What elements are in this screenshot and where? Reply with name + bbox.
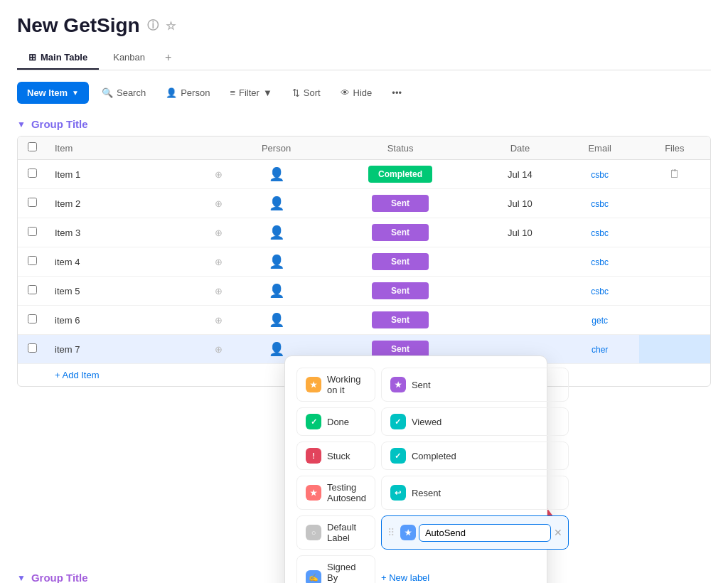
email-cell[interactable]: csbc xyxy=(591,199,609,209)
status-dot-signed: ✍ xyxy=(306,570,321,584)
select-all-checkbox-1[interactable] xyxy=(28,142,37,151)
person-avatar[interactable]: 👤 xyxy=(269,313,284,327)
group-header-1[interactable]: ▼ Group Title xyxy=(17,118,711,130)
row-checkbox[interactable] xyxy=(28,169,37,178)
status-badge[interactable]: Sent xyxy=(372,282,429,299)
status-badge[interactable]: Sent xyxy=(372,195,429,212)
status-dot-completed: ✓ xyxy=(390,448,406,464)
search-button[interactable]: 🔍 Search xyxy=(95,83,153,102)
row-item-name: item 7 ⊕ xyxy=(46,335,231,364)
email-cell[interactable]: getc xyxy=(592,316,608,326)
add-subitem-icon[interactable]: ⊕ xyxy=(215,315,223,326)
person-avatar[interactable]: 👤 xyxy=(269,196,284,210)
table-row: Item 1 ⊕ 👤 Completed Jul 14 csbc 🗒 xyxy=(18,160,710,189)
status-option-completed[interactable]: ✓ Completed xyxy=(381,442,569,470)
row-checkbox[interactable] xyxy=(28,285,37,294)
email-cell[interactable]: csbc xyxy=(591,287,609,296)
status-option-sent[interactable]: ★ Sent xyxy=(381,368,569,402)
row-item-name: Item 1 ⊕ xyxy=(46,160,231,189)
status-option-autosend[interactable]: ⠿ ★ ✕ xyxy=(381,515,569,550)
date-cell: Jul 10 xyxy=(479,189,560,218)
status-badge[interactable]: Sent xyxy=(372,253,429,270)
add-subitem-icon[interactable]: ⊕ xyxy=(215,257,223,267)
col-header-email-1: Email xyxy=(561,137,639,160)
person-filter-button[interactable]: 👤 Person xyxy=(159,83,217,102)
status-popup: ★ Working on it ★ Sent ✓ Done ✓ Viewed !… xyxy=(284,355,547,583)
more-dots-icon: ••• xyxy=(392,87,402,98)
status-dot-stuck: ! xyxy=(306,448,321,464)
status-option-done[interactable]: ✓ Done xyxy=(296,407,375,436)
status-dot-working: ★ xyxy=(306,377,321,392)
person-avatar[interactable]: 👤 xyxy=(269,284,284,298)
row-checkbox[interactable] xyxy=(28,256,37,265)
status-dot-resent: ↩ xyxy=(390,485,406,501)
page-title-area: New GetSign ⓘ ☆ xyxy=(17,14,711,37)
status-badge[interactable]: Sent xyxy=(372,224,429,241)
status-option-signed[interactable]: ✍ Signed By Sender xyxy=(296,555,375,583)
row-checkbox[interactable] xyxy=(28,343,37,353)
more-options-button[interactable]: ••• xyxy=(385,83,409,102)
status-dot-done: ✓ xyxy=(306,414,321,429)
date-cell xyxy=(479,277,560,306)
add-subitem-icon[interactable]: ⊕ xyxy=(215,228,223,238)
person-avatar[interactable]: 👤 xyxy=(269,225,284,240)
status-option-resent[interactable]: ↩ Resent xyxy=(381,476,569,510)
col-header-status-1: Status xyxy=(321,137,479,160)
row-item-name: item 6 ⊕ xyxy=(46,306,231,335)
drag-handle-icon: ⠿ xyxy=(387,527,395,538)
status-dot-testing: ★ xyxy=(306,485,321,501)
sort-button[interactable]: ⇅ Sort xyxy=(285,83,328,102)
col-header-files-1: Files xyxy=(639,137,710,160)
tab-kanban[interactable]: Kanban xyxy=(102,46,156,70)
row-checkbox[interactable] xyxy=(28,198,37,207)
status-option-working[interactable]: ★ Working on it xyxy=(296,368,375,402)
group-chevron-1: ▼ xyxy=(17,119,26,129)
hide-button[interactable]: 👁 Hide xyxy=(333,83,380,102)
col-header-person-1: Person xyxy=(231,137,321,160)
add-subitem-icon[interactable]: ⊕ xyxy=(215,169,223,180)
person-icon: 👤 xyxy=(166,87,177,98)
filter-button[interactable]: ≡ Filter ▼ xyxy=(223,83,279,102)
email-cell[interactable]: csbc xyxy=(591,257,609,267)
clear-input-button[interactable]: ✕ xyxy=(554,527,562,538)
info-icon[interactable]: ⓘ xyxy=(147,18,159,33)
status-option-testing[interactable]: ★ Testing Autosend xyxy=(296,476,375,510)
filter-chevron-icon: ▼ xyxy=(263,87,272,98)
email-cell[interactable]: csbc xyxy=(591,228,609,238)
row-item-name: item 4 ⊕ xyxy=(46,247,231,277)
new-label-button[interactable]: + New label xyxy=(381,569,429,583)
status-option-stuck[interactable]: ! Stuck xyxy=(296,442,375,470)
file-icon[interactable]: 🗒 xyxy=(669,168,680,180)
col-header-date-1: Date xyxy=(479,137,560,160)
status-option-viewed[interactable]: ✓ Viewed xyxy=(381,407,569,436)
status-badge[interactable]: Sent xyxy=(372,311,429,328)
autosend-label-input[interactable] xyxy=(419,524,551,542)
table-row: Item 2 ⊕ 👤 Sent Jul 10 csbc xyxy=(18,189,710,218)
table-row: item 6 ⊕ 👤 Sent getc xyxy=(18,306,710,335)
star-icon[interactable]: ☆ xyxy=(166,19,176,33)
add-subitem-icon[interactable]: ⊕ xyxy=(215,286,223,296)
add-tab-button[interactable]: + xyxy=(159,46,177,70)
person-avatar[interactable]: 👤 xyxy=(269,342,284,356)
sort-icon: ⇅ xyxy=(292,87,300,98)
page-title: New GetSign xyxy=(17,14,140,37)
new-item-button[interactable]: New Item ▼ xyxy=(17,82,89,104)
add-subitem-icon[interactable]: ⊕ xyxy=(215,344,223,355)
group-chevron-2: ▼ xyxy=(17,573,26,583)
email-cell[interactable]: cher xyxy=(592,345,608,355)
status-badge[interactable]: Completed xyxy=(368,166,432,183)
person-avatar[interactable]: 👤 xyxy=(269,255,284,269)
status-dot-viewed: ✓ xyxy=(390,414,406,429)
email-cell[interactable]: csbc xyxy=(591,170,609,180)
row-item-name: Item 3 ⊕ xyxy=(46,218,231,247)
table-row: item 4 ⊕ 👤 Sent csbc xyxy=(18,247,710,277)
person-avatar[interactable]: 👤 xyxy=(269,167,284,181)
tab-main-table[interactable]: ⊞ Main Table xyxy=(17,46,99,70)
status-option-default[interactable]: ○ Default Label xyxy=(296,515,375,550)
row-checkbox[interactable] xyxy=(28,227,37,236)
add-item-button-1[interactable]: + Add Item xyxy=(55,370,100,380)
hide-icon: 👁 xyxy=(341,87,350,98)
date-cell: Jul 14 xyxy=(479,160,560,189)
row-checkbox[interactable] xyxy=(28,314,37,323)
add-subitem-icon[interactable]: ⊕ xyxy=(215,198,223,209)
